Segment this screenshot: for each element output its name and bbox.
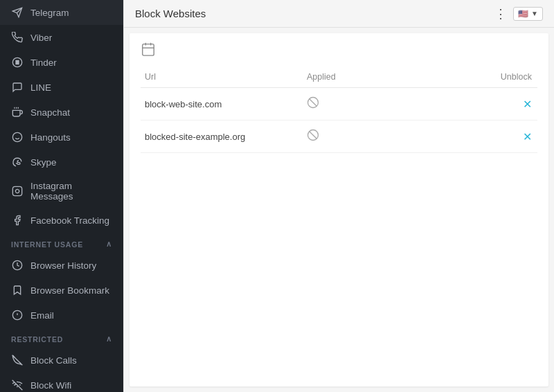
main-header: Block Websites ⋮ 🇺🇸 ▼ bbox=[124, 0, 554, 28]
sidebar-item-telegram[interactable]: Telegram bbox=[0, 0, 123, 25]
sidebar-item-label: LINE bbox=[30, 82, 51, 93]
bookmark-icon bbox=[11, 284, 24, 296]
sidebar-item-label: Instagram Messages bbox=[30, 181, 112, 202]
sidebar-item-label: Snapchat bbox=[30, 107, 70, 118]
chevron-icon: ∧ bbox=[106, 240, 112, 249]
row-applied-icon bbox=[307, 96, 445, 112]
section-restricted: Restricted ∧ bbox=[0, 328, 123, 348]
sidebar-item-facebook[interactable]: Facebook Tracking bbox=[0, 208, 123, 233]
sidebar-item-label: Block Wifi bbox=[30, 380, 71, 391]
row-url: blocked-site-example.org bbox=[141, 132, 307, 142]
svg-line-26 bbox=[310, 99, 317, 107]
table-row: block-web-site.com ✕ bbox=[141, 88, 537, 121]
main-panel: Block Websites ⋮ 🇺🇸 ▼ Url Applied Unbloc… bbox=[123, 0, 554, 392]
clock-icon bbox=[11, 259, 24, 271]
sidebar-item-line[interactable]: LINE bbox=[0, 75, 123, 100]
instagram-icon bbox=[11, 185, 24, 197]
row-unblock-button[interactable]: ✕ bbox=[445, 98, 537, 111]
sidebar-item-browser-history[interactable]: Browser History bbox=[0, 253, 123, 278]
sidebar-item-label: Facebook Tracking bbox=[30, 215, 109, 226]
unblock-x-icon[interactable]: ✕ bbox=[523, 131, 532, 143]
more-options-button[interactable]: ⋮ bbox=[494, 8, 508, 20]
language-selector[interactable]: 🇺🇸 ▼ bbox=[513, 7, 543, 21]
unblock-x-icon[interactable]: ✕ bbox=[523, 98, 532, 110]
email-icon bbox=[11, 309, 24, 321]
sidebar-item-label: Skype bbox=[30, 157, 57, 168]
table-header: Url Applied Unblock bbox=[141, 66, 537, 88]
calendar-icon-wrap bbox=[141, 42, 537, 60]
skype-icon bbox=[11, 156, 24, 168]
sidebar-item-instagram[interactable]: Instagram Messages bbox=[0, 175, 123, 208]
chevron-icon: ∧ bbox=[106, 335, 112, 344]
col-header-unblock: Unblock bbox=[445, 72, 537, 82]
main-content: Url Applied Unblock block-web-site.com ✕… bbox=[129, 33, 548, 386]
flag-icon: 🇺🇸 bbox=[518, 9, 528, 19]
sidebar-item-skype[interactable]: Skype bbox=[0, 150, 123, 175]
sidebar-item-label: Viber bbox=[30, 33, 52, 43]
phone-slash-icon bbox=[11, 354, 24, 366]
snapchat-icon bbox=[11, 106, 24, 118]
svg-point-3 bbox=[12, 132, 21, 141]
wifi-slash-icon bbox=[11, 379, 24, 391]
sidebar-item-label: Browser Bookmark bbox=[30, 285, 109, 296]
sidebar-item-viber[interactable]: Viber bbox=[0, 25, 123, 50]
header-actions: ⋮ 🇺🇸 ▼ bbox=[494, 7, 543, 21]
viber-icon bbox=[11, 31, 24, 44]
col-header-applied: Applied bbox=[307, 72, 445, 82]
table-row: blocked-site-example.org ✕ bbox=[141, 121, 537, 153]
row-unblock-button[interactable]: ✕ bbox=[445, 130, 537, 143]
sidebar-item-block-calls[interactable]: Block Calls bbox=[0, 348, 123, 373]
sidebar-item-label: Telegram bbox=[30, 8, 69, 18]
telegram-icon bbox=[11, 6, 24, 19]
row-url: block-web-site.com bbox=[141, 99, 307, 109]
sidebar-item-label: Email bbox=[30, 310, 54, 321]
svg-line-28 bbox=[310, 132, 317, 139]
sidebar-item-tinder[interactable]: Tinder bbox=[0, 50, 123, 75]
sidebar-item-label: Browser History bbox=[30, 260, 96, 271]
tinder-icon bbox=[11, 56, 24, 69]
calendar-icon bbox=[141, 42, 156, 57]
sidebar-item-email[interactable]: Email bbox=[0, 303, 123, 328]
svg-rect-6 bbox=[12, 186, 21, 195]
page-title: Block Websites bbox=[135, 8, 206, 19]
sidebar-item-browser-bookmark[interactable]: Browser Bookmark bbox=[0, 278, 123, 303]
sidebar-item-label: Block Calls bbox=[30, 355, 77, 366]
facebook-icon bbox=[11, 214, 24, 226]
hangouts-icon bbox=[11, 131, 24, 143]
sidebar-item-label: Hangouts bbox=[30, 132, 71, 143]
sidebar-item-label: Tinder bbox=[30, 57, 57, 68]
col-header-url: Url bbox=[141, 72, 307, 82]
row-applied-icon bbox=[307, 129, 445, 144]
line-icon bbox=[11, 81, 24, 93]
svg-rect-21 bbox=[143, 44, 154, 55]
section-internet-usage: Internet Usage ∧ bbox=[0, 233, 123, 253]
sidebar-item-hangouts[interactable]: Hangouts bbox=[0, 125, 123, 150]
sidebar-item-block-wifi[interactable]: Block Wifi bbox=[0, 373, 123, 392]
chevron-down-icon: ▼ bbox=[531, 10, 538, 17]
sidebar-item-snapchat[interactable]: Snapchat bbox=[0, 100, 123, 125]
